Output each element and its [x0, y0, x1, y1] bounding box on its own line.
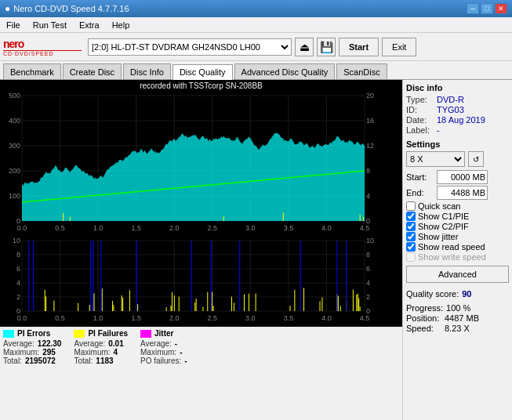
pi-errors-total-row: Total: 2195072	[3, 357, 61, 365]
tab-scan-disc[interactable]: ScanDisc	[336, 63, 387, 79]
menu-run-test[interactable]: Run Test	[27, 19, 73, 31]
quality-score-value: 90	[462, 289, 471, 299]
start-input[interactable]	[437, 170, 488, 184]
show-write-speed-label: Show write speed	[418, 252, 486, 262]
pi-failures-header: PI Failures	[74, 329, 128, 338]
menu-help[interactable]: Help	[106, 19, 136, 31]
end-input[interactable]	[437, 186, 488, 200]
pi-failures-color	[74, 330, 85, 338]
jitter-avg-row: Average: -	[140, 339, 187, 348]
chart-panel: recorded with TSSTcorp SN-208BB PI Error…	[0, 80, 402, 420]
tab-benchmark[interactable]: Benchmark	[3, 63, 61, 79]
show-read-speed-checkbox[interactable]	[406, 242, 416, 252]
pi-errors-color	[3, 330, 14, 338]
pi-failures-stats: PI Failures Average: 0.01 Maximum: 4 Tot…	[74, 329, 128, 365]
show-c2-pif-label: Show C2/PIF	[418, 222, 469, 231]
show-write-speed-checkbox[interactable]	[406, 252, 416, 262]
quick-scan-row: Quick scan	[406, 201, 509, 211]
disc-info-title: Disc info	[406, 83, 509, 92]
disc-type-row: Type: DVD-R	[406, 95, 509, 104]
pi-failures-label: PI Failures	[88, 329, 128, 338]
jitter-max-label: Maximum:	[140, 348, 176, 357]
chart-title: recorded with TSSTcorp SN-208BB	[0, 80, 402, 92]
disc-label-value: -	[437, 125, 440, 135]
end-mb-row: End:	[406, 186, 509, 200]
show-jitter-checkbox[interactable]	[406, 232, 416, 241]
disc-label-label: Label:	[406, 125, 434, 135]
main-content: recorded with TSSTcorp SN-208BB PI Error…	[0, 80, 512, 420]
pi-errors-avg-value: 122.30	[38, 339, 62, 348]
pi-failures-total-row: Total: 1183	[74, 357, 128, 365]
po-failures-label: PO failures:	[140, 357, 181, 365]
progress-section: Progress: 100 % Position: 4487 MB Speed:…	[406, 303, 509, 333]
show-c2-pif-checkbox[interactable]	[406, 222, 416, 231]
jitter-max-row: Maximum: -	[140, 348, 187, 357]
pi-errors-max-value: 295	[42, 348, 56, 357]
jitter-header: Jitter	[140, 329, 187, 338]
disc-type-label: Type:	[406, 95, 434, 104]
pi-errors-label: PI Errors	[17, 329, 50, 338]
tab-disc-quality[interactable]: Disc Quality	[172, 64, 233, 80]
show-c1-pie-checkbox[interactable]	[406, 212, 416, 221]
jitter-color	[140, 330, 151, 338]
pi-failures-avg-label: Average:	[74, 339, 105, 348]
close-button[interactable]: ✕	[495, 3, 507, 14]
right-panel: Disc info Type: DVD-R ID: TYG03 Date: 18…	[402, 80, 512, 420]
position-label: Position:	[406, 313, 441, 323]
tab-disc-info[interactable]: Disc Info	[123, 63, 171, 79]
pi-errors-max-row: Maximum: 295	[3, 348, 61, 357]
pi-errors-header: PI Errors	[3, 329, 61, 338]
nero-logo: nero CD·DVD/SPEED	[3, 35, 82, 59]
pi-failures-max-label: Maximum:	[74, 348, 110, 357]
progress-value: 100 %	[446, 303, 470, 313]
speed-select[interactable]: 8 X 4 X 12 X 16 X	[406, 151, 465, 167]
disc-id-value: TYG03	[437, 105, 464, 114]
drive-select[interactable]: [2:0] HL-DT-ST DVDRAM GH24NSD0 LH00	[88, 38, 292, 56]
minimize-button[interactable]: ─	[467, 3, 479, 14]
save-icon-button[interactable]: 💾	[317, 38, 336, 56]
eject-icon-button[interactable]: ⏏	[295, 38, 314, 56]
disc-date-label: Date:	[406, 115, 434, 125]
tab-advanced-disc-quality[interactable]: Advanced Disc Quality	[234, 63, 336, 79]
progress-label: Progress:	[406, 303, 443, 313]
show-read-speed-label: Show read speed	[418, 242, 485, 252]
quick-scan-label: Quick scan	[418, 201, 460, 211]
pi-failures-max-row: Maximum: 4	[74, 348, 128, 357]
top-chart-canvas	[0, 92, 384, 237]
maximize-button[interactable]: □	[481, 3, 493, 14]
show-c1-pie-row: Show C1/PIE	[406, 212, 509, 221]
start-label: Start:	[406, 172, 434, 182]
exit-button[interactable]: Exit	[382, 38, 416, 56]
pi-errors-total-value: 2195072	[25, 357, 56, 365]
jitter-stats: Jitter Average: - Maximum: - PO failures…	[140, 329, 187, 365]
show-c2-pif-row: Show C2/PIF	[406, 222, 509, 231]
speed-row-progress: Speed: 8.23 X	[406, 324, 509, 333]
settings-section: Settings 8 X 4 X 12 X 16 X ↺ Start: End:	[406, 139, 509, 283]
disc-label-row: Label: -	[406, 125, 509, 135]
start-button[interactable]: Start	[339, 38, 379, 56]
menu-extra[interactable]: Extra	[73, 19, 106, 31]
title-bar: ● Nero CD-DVD Speed 4.7.7.16 ─ □ ✕	[0, 0, 512, 17]
speed-value: 8.23 X	[445, 324, 470, 333]
quality-row: Quality score: 90	[406, 289, 509, 299]
bottom-chart-container	[0, 237, 402, 327]
pi-errors-stats: PI Errors Average: 122.30 Maximum: 295 T…	[3, 329, 61, 365]
tab-create-disc[interactable]: Create Disc	[63, 63, 122, 79]
start-mb-row: Start:	[406, 170, 509, 184]
quality-score-label: Quality score:	[406, 289, 459, 299]
quick-scan-checkbox[interactable]	[406, 201, 416, 211]
pi-failures-max-value: 4	[114, 348, 118, 357]
reset-icon-button[interactable]: ↺	[468, 151, 484, 167]
show-write-speed-row: Show write speed	[406, 252, 509, 262]
stats-row: PI Errors Average: 122.30 Maximum: 295 T…	[0, 327, 402, 368]
tabs-bar: Benchmark Create Disc Disc Info Disc Qua…	[0, 61, 512, 80]
nero-logo-text: nero	[3, 38, 24, 50]
pi-errors-max-label: Maximum:	[3, 348, 39, 357]
advanced-button[interactable]: Advanced	[406, 266, 509, 283]
show-jitter-label: Show jitter	[418, 232, 458, 241]
menu-file[interactable]: File	[0, 19, 27, 31]
jitter-label: Jitter	[154, 329, 173, 338]
jitter-avg-value: -	[175, 339, 177, 348]
po-failures-value: -	[184, 357, 187, 365]
disc-type-value: DVD-R	[437, 95, 464, 104]
